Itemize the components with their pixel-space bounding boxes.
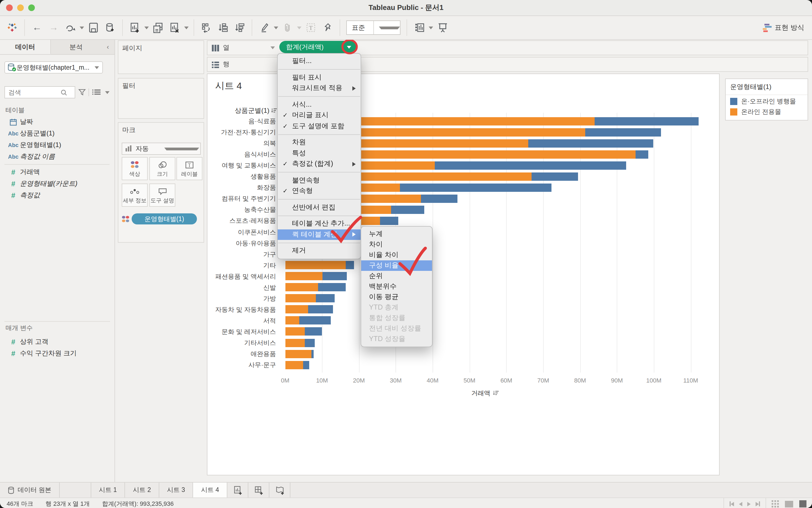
previous-sheet-button[interactable] [739,502,742,506]
submenu-item[interactable]: 통합 성장률 [361,313,432,323]
show-me-button[interactable]: 표현 방식 [763,23,804,32]
submenu-item[interactable]: 구성 비율 [361,260,432,271]
bar-segment[interactable] [312,350,314,358]
new-story-tab-button[interactable] [269,482,290,498]
menu-item[interactable]: 퀵 테이블 계산 [278,229,361,240]
mark-type-select[interactable]: 자동 [122,142,201,155]
color-pill[interactable]: 운영형태별(1) [132,213,197,224]
first-sheet-button[interactable] [730,501,734,507]
tab-analytics[interactable]: 분석 [51,40,101,54]
tab-시트-2[interactable]: 시트 2 [125,482,159,498]
menu-item[interactable]: 불연속형 [278,175,361,186]
text-label-icon[interactable]: T [304,20,318,35]
field-item[interactable]: Abc상품군별(1) [0,128,114,139]
bar-segment[interactable] [285,305,308,314]
fit-mode-select[interactable]: 표준 [346,20,401,35]
undo-icon[interactable]: ← [30,20,44,35]
submenu-item[interactable]: YTD 총계 [361,302,432,313]
tab-시트-1[interactable]: 시트 1 [91,482,125,498]
mark-button-label[interactable]: T레이블 [176,157,202,180]
new-worksheet-icon[interactable] [128,20,142,35]
menu-item[interactable]: 서식... [278,99,361,110]
bar-segment[interactable] [346,261,354,269]
bar-segment[interactable] [285,328,305,336]
bar-segment[interactable] [316,294,335,303]
axis-sort-badge-icon[interactable] [493,390,499,396]
bar-segment[interactable] [285,272,323,280]
new-data-source-icon[interactable] [103,20,117,35]
tableau-logo-icon[interactable] [5,20,19,35]
bar-segment[interactable] [323,272,347,280]
field-item[interactable]: Abc측정값 이름 [0,151,114,163]
redo-icon[interactable]: → [46,20,61,35]
bar-segment[interactable] [529,139,653,147]
pin-icon[interactable] [320,20,335,35]
parameter-item[interactable]: #수익 구간차원 크기 [0,348,114,359]
parameter-item[interactable]: #상위 고객 [0,336,114,348]
show-filmstrip-icon[interactable] [785,501,793,507]
datasource-caret-icon[interactable] [94,66,99,69]
menu-item[interactable]: 필터 표시 [278,72,361,83]
legend-entry[interactable]: 온라인 전용몰 [726,105,808,116]
bar-segment[interactable] [285,350,312,358]
mark-button-detail[interactable]: 세부 정보 [122,183,148,207]
bar-segment[interactable] [303,361,309,369]
sort-ascending-icon[interactable] [216,20,230,35]
show-hide-cards-icon[interactable] [412,20,427,35]
bar-segment[interactable] [435,161,626,169]
collapse-panel-icon[interactable]: ‹ [101,40,115,54]
pages-card[interactable]: 페이지 [118,40,204,74]
last-sheet-button[interactable] [756,501,760,507]
datasource-selector[interactable]: 운영형태별(chapter1_m... [4,61,103,74]
field-item[interactable]: #거래액 [0,166,114,178]
measure-pill-caret-icon[interactable] [347,46,351,48]
view-options-caret-icon[interactable] [105,91,110,94]
tab-data[interactable]: 데이터 [0,40,51,54]
group-caret-icon[interactable] [297,26,301,29]
next-sheet-button[interactable] [747,502,750,506]
menu-item[interactable]: 필터... [278,56,361,67]
bar-segment[interactable] [380,217,399,225]
field-item[interactable]: #측정값 [0,189,114,201]
search-input-box[interactable] [4,86,75,98]
bar-segment[interactable] [391,206,424,214]
color-legend-card[interactable]: 운영형태별(1) 온·오프라인 병행몰온라인 전용몰 [725,79,808,121]
tab-시트-4[interactable]: 시트 4 [193,482,227,498]
columns-shelf-caret-icon[interactable] [271,46,275,49]
bar-segment[interactable] [285,294,316,303]
submenu-item[interactable]: 백분위수 [361,281,432,292]
show-hide-cards-caret-icon[interactable] [429,26,433,29]
show-tabs-icon[interactable] [799,500,807,507]
group-members-icon[interactable] [280,20,295,35]
swap-axes-icon[interactable] [199,20,213,35]
new-worksheet-caret-icon[interactable] [145,26,149,29]
minimize-window-button[interactable] [17,4,24,11]
menu-item[interactable]: 선반에서 편집 [278,202,361,213]
search-input[interactable] [7,88,60,96]
bar-segment[interactable] [285,316,299,325]
bar-segment[interactable] [595,117,699,125]
clear-sheet-caret-icon[interactable] [184,26,189,29]
sort-descending-icon[interactable] [232,20,247,35]
tab-시트-3[interactable]: 시트 3 [159,482,193,498]
fit-mode-caret-icon[interactable] [373,21,400,34]
submenu-item[interactable]: 순위 [361,271,432,281]
tab-data-source[interactable]: 데이터 원본 [0,482,59,498]
view-options-icon[interactable] [92,89,101,96]
show-sheet-sorter-icon[interactable] [772,500,779,507]
zoom-window-button[interactable] [28,4,35,11]
legend-entry[interactable]: 온·오프라인 병행몰 [726,95,808,105]
bar-segment[interactable] [636,150,648,158]
menu-item[interactable]: 워크시트에 적용 [278,83,361,94]
filters-card[interactable]: 필터 [118,78,204,119]
bar-segment[interactable] [421,195,457,203]
field-item[interactable]: Abc운영형태별(1) [0,139,114,151]
bar-segment[interactable] [532,172,578,181]
highlight-caret-icon[interactable] [274,26,278,29]
duplicate-sheet-icon[interactable] [151,20,165,35]
submenu-item[interactable]: 차이 [361,239,432,250]
bar-segment[interactable] [285,261,346,269]
bar-segment[interactable] [285,361,303,369]
submenu-item[interactable]: 이동 평균 [361,292,432,302]
menu-item[interactable]: 차원 [278,137,361,148]
